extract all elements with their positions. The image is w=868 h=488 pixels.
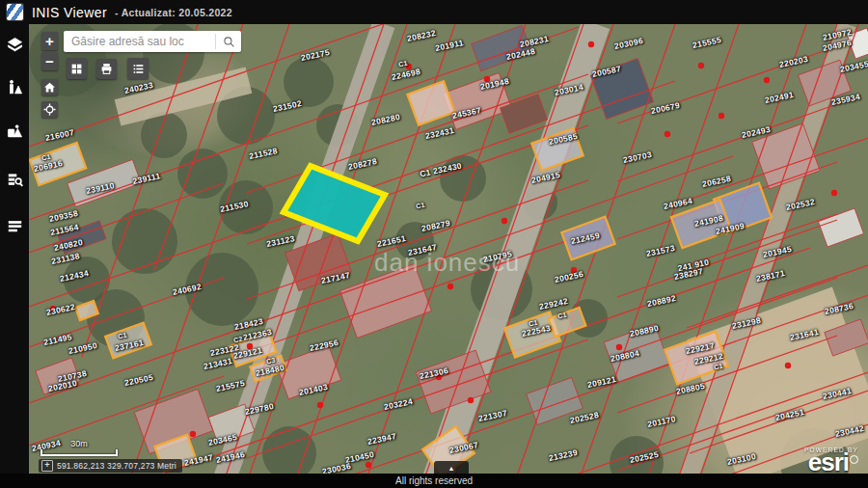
parcel-label: 230036 — [321, 461, 352, 474]
parcel-label: 212434 — [59, 268, 90, 284]
parcel-label: C1 — [118, 332, 128, 340]
parcel-label: 224698 — [391, 67, 421, 82]
esri-logo: esri — [804, 453, 858, 473]
table-of-contents-icon[interactable] — [0, 213, 29, 238]
app-header: INIS Viewer - Actualizat: 20.05.2022 — [0, 0, 868, 24]
search-icon[interactable] — [216, 31, 241, 52]
parcel-vertex-dot — [484, 76, 490, 82]
scale-bar: 30m — [41, 439, 118, 456]
parcel-label: 215575 — [215, 378, 246, 393]
parcel-label: 240233 — [123, 80, 154, 95]
parcel-label: 231138 — [50, 251, 80, 266]
parcel-label: 218480 — [255, 363, 285, 378]
parcel-label: 203455 — [839, 59, 868, 74]
map-graphics — [29, 24, 868, 474]
parcel-label: 204976 — [822, 38, 853, 53]
parcel-label: 211495 — [42, 332, 72, 347]
parcel-label: 237161 — [114, 338, 145, 353]
powered-by-label: POWERED BY — [804, 447, 858, 453]
parcel-label: 202532 — [785, 197, 816, 212]
parcel-label: 210738 — [57, 368, 88, 384]
parcel-label: 208892 — [646, 293, 677, 309]
parcel-label: 201170 — [646, 414, 676, 429]
parcel-label: 208280 — [370, 112, 401, 127]
parcel-label: 208890 — [629, 323, 660, 339]
parcel-label: 231502 — [272, 98, 303, 114]
parcel-label: 241 910 — [677, 258, 710, 274]
parcel-label: 240964 — [663, 196, 693, 211]
map-canvas[interactable]: 2402332021752082322019112082312024482030… — [29, 24, 868, 474]
parcel-label: 215555 — [692, 35, 722, 50]
parcel-label: 239111 — [132, 171, 162, 186]
parcel-label: 222543 — [521, 323, 552, 339]
parcel-label: 240820 — [53, 237, 84, 253]
parcel-label: 241909 — [715, 221, 746, 236]
parcel-label: 241908 — [693, 213, 724, 229]
parcel-vertex-dot — [406, 64, 412, 69]
legend-info-icon[interactable] — [0, 74, 29, 99]
parcel-vertex-dot — [831, 190, 837, 196]
parcel-label: 235934 — [830, 92, 861, 107]
parcel-label: 211528 — [248, 146, 278, 161]
parcel-label: 200587 — [591, 64, 622, 79]
parcel-label: 213239 — [548, 447, 579, 463]
zoom-out-button[interactable]: − — [41, 52, 58, 70]
basemap-grid-icon[interactable] — [67, 58, 87, 79]
parcel-label: 213431 — [203, 356, 233, 371]
parcel-vertex-dot — [571, 267, 577, 273]
print-icon[interactable] — [96, 59, 117, 79]
parcel-label: 217147 — [320, 270, 351, 285]
parcel-label: 202448 — [505, 46, 536, 62]
coordinate-mode-icon[interactable]: + — [41, 460, 53, 472]
parcel-label: C1 — [398, 60, 409, 68]
parcel-label: 241947 — [183, 452, 214, 468]
parcel-label: C1 232430 — [419, 161, 462, 179]
parcel-label: 209358 — [48, 208, 79, 224]
parcel-label: 204915 — [530, 170, 561, 185]
parcel-label: 240692 — [172, 282, 203, 297]
home-icon[interactable] — [41, 79, 58, 95]
parcel-vertex-dot — [616, 344, 622, 350]
esri-attribution[interactable]: POWERED BY esri — [804, 447, 858, 473]
parcel-label: 216007 — [44, 127, 75, 143]
parcel-label: 238297 — [673, 266, 704, 282]
zoom-in-button[interactable]: + — [41, 32, 58, 50]
parcel-label: 201403 — [298, 382, 329, 397]
parcel-vertex-dot — [247, 343, 253, 349]
parcel-label: 230622 — [45, 302, 76, 317]
attribute-search-icon[interactable] — [0, 167, 29, 192]
locate-icon[interactable] — [41, 101, 58, 118]
parcel-label: 208231 — [519, 34, 550, 49]
parcel-label: 223122 — [209, 342, 240, 358]
parcel-label: C2 — [233, 336, 244, 344]
parcel-label: 239110 — [85, 180, 115, 196]
search-input[interactable] — [64, 31, 215, 52]
parcel-label: 200679 — [650, 100, 681, 116]
parcel-vertex-dot — [190, 431, 196, 437]
parcel-label: C3 — [266, 357, 277, 366]
parcel-label: 203465 — [207, 432, 238, 447]
parcel-label: 231573 — [645, 243, 676, 258]
ancpi-logo — [7, 4, 23, 20]
parcel-label: 211564 — [49, 222, 79, 237]
parcel-label: 238171 — [755, 268, 786, 284]
parcel-label: 206258 — [701, 174, 732, 189]
parcel-label: 208278 — [347, 156, 378, 172]
parcel-label: 210950 — [68, 340, 98, 356]
legend-list-icon[interactable] — [127, 58, 149, 79]
parcel-label: 208804 — [610, 348, 640, 364]
parcel-label: 232431 — [424, 125, 455, 141]
layers-icon[interactable] — [0, 32, 29, 57]
parcel-vertex-dot — [502, 218, 507, 224]
parcel-label: 202010 — [47, 378, 78, 393]
basemap-gallery-icon[interactable] — [0, 118, 29, 143]
parcel-vertex-dot — [719, 113, 724, 119]
parcel-label: 231298 — [731, 315, 762, 331]
parcel-label: C1 — [416, 202, 426, 210]
parcel-vertex-dot — [50, 306, 56, 312]
parcel-label: 210450 — [344, 449, 375, 465]
parcel-label: 202175 — [300, 47, 331, 63]
attribution-toggle-button[interactable]: ▲ — [434, 461, 469, 474]
coordinate-display[interactable]: + 591.862,213 329.707,273 Metri — [39, 459, 182, 473]
parcel-label: 200256 — [554, 269, 584, 285]
